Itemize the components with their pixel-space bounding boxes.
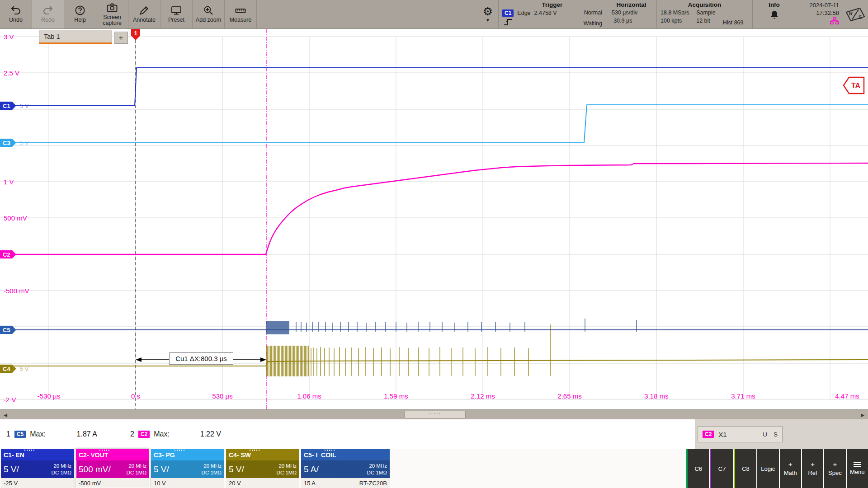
scrollbar-thumb[interactable]: ····· [404, 411, 466, 418]
activity-dots [325, 450, 335, 451]
measurement-2-value: 1.22 V [174, 430, 221, 438]
side-buttons: C6 C7 C8 Logic +Math +Ref +Spec Menu [686, 449, 868, 488]
c8-button[interactable]: C8 [734, 449, 756, 488]
c3-scale: 5 V/ [154, 465, 169, 474]
scroll-left-arrow[interactable]: ◀ [1, 410, 10, 420]
c7-button[interactable]: C7 [710, 449, 732, 488]
minimize-icon[interactable]: _ [218, 451, 222, 459]
c5-bandwidth: 20 MHz [367, 463, 387, 469]
help-label: Help [74, 17, 86, 23]
horizontal-scale: 530 µs/div [612, 9, 653, 16]
c1-offset: -25 V [4, 480, 18, 487]
ref-button[interactable]: +Ref [802, 449, 823, 488]
cursor-panel[interactable]: C2 X1 U S [698, 426, 783, 442]
camera-icon [106, 2, 118, 13]
measurement-2-type: Max: [154, 430, 170, 438]
settings-gear-icon[interactable]: ⚙ [483, 6, 493, 17]
measurement-1[interactable]: 1 C5 Max: 1.87 A [6, 419, 97, 449]
scroll-right-arrow[interactable]: ▶ [858, 410, 867, 420]
plus-icon: + [833, 461, 837, 468]
c4-bandwidth: 20 MHz [277, 463, 297, 469]
measurement-2[interactable]: 2 C2 Max: 1.22 V [130, 419, 221, 449]
c3-offset: 10 V [154, 480, 166, 487]
undo-button[interactable]: Undo [0, 0, 32, 28]
preset-button[interactable]: Preset [160, 0, 193, 28]
measurement-1-value: 1.87 A [50, 430, 97, 438]
menu-icon [854, 462, 861, 463]
acquisition-panel[interactable]: Acquisition 18.8 MSa/s 100 kpts Sample 1… [656, 0, 752, 28]
measurement-2-source-badge: C2 [138, 431, 150, 438]
tab-1[interactable]: Tab 1 [39, 30, 112, 44]
c5-scale: 5 A/ [304, 465, 319, 474]
minimize-icon[interactable]: _ [143, 451, 146, 459]
top-toolbar: Undo Redo Help Screen capture Annotate P… [0, 0, 868, 29]
svg-text:S: S [859, 14, 862, 20]
c4-coupling: DC 1MΩ [277, 469, 297, 476]
y-axis-label: 500 mV [4, 214, 27, 222]
channel-badge-c2[interactable]: C2- VOUT_ 500 mV/20 MHzDC 1MΩ -500 mV [76, 449, 149, 488]
minimize-icon[interactable]: _ [68, 451, 71, 459]
minimize-icon[interactable]: _ [383, 451, 387, 459]
activity-dots [250, 450, 259, 451]
magnifier-icon [203, 5, 214, 16]
trigger-level: 2.4758 V [534, 10, 557, 16]
minimize-icon[interactable]: _ [293, 451, 297, 459]
info-panel[interactable]: Info [752, 0, 796, 28]
x-axis-label: 1.59 ms [384, 392, 408, 400]
time-label: 17:32:58 [816, 9, 839, 16]
x-axis-label: 530 µs [212, 392, 232, 400]
waveform-canvas [0, 29, 868, 409]
c1-name: C1- EN [4, 451, 24, 459]
x-axis-label: 3.18 ms [644, 392, 668, 400]
channel-bar: C1- EN_ 5 V/20 MHzDC 1MΩ -25 V C2- VOUT_… [0, 449, 868, 488]
measure-button[interactable]: Measure [225, 0, 257, 28]
channel-badge-c1[interactable]: C1- EN_ 5 V/20 MHzDC 1MΩ -25 V [1, 449, 74, 488]
c4-offset: 20 V [229, 480, 241, 487]
chevron-down-icon[interactable]: ▼ [486, 18, 490, 23]
logic-button[interactable]: Logic [757, 449, 778, 488]
channel-badge-c5[interactable]: C5- I_COIL_ 5 A/20 MHzDC 1MΩ 15 ART-ZC20… [301, 449, 390, 488]
c1-scale: 5 V/ [4, 465, 19, 474]
cursor-source-badge: C2 [703, 431, 714, 438]
date-label: 2024-07-11 [809, 2, 839, 9]
tab-1-label: Tab 1 [44, 33, 60, 40]
undo-icon [10, 5, 22, 16]
c4-name: C4- SW [229, 451, 251, 459]
c6-button[interactable]: C6 [686, 449, 709, 488]
horizontal-panel[interactable]: Horizontal 530 µs/div -30.9 µs [606, 0, 656, 28]
clock-block: 2024-07-11 17:32:58 [796, 0, 843, 28]
settings-block: ⚙ ▼ [477, 0, 498, 28]
c2-scale: 500 mV/ [79, 465, 111, 474]
info-title: Info [769, 1, 780, 8]
trigger-type: Edge [517, 10, 530, 16]
status-sections: ⚙ ▼ Trigger C1 Edge 2.4758 V [477, 0, 868, 28]
trigger-title: Trigger [502, 1, 602, 8]
waveform-display[interactable]: Tab 1 + 1 3 V 2.5 V 1 V 500 mV -500 mV -… [0, 29, 868, 409]
math-button[interactable]: +Math [780, 449, 801, 488]
channel-badge-c4[interactable]: C4- SW_ 5 V/20 MHzDC 1MΩ 20 V [226, 449, 299, 488]
ruler-icon [235, 5, 246, 16]
add-tab-button[interactable]: + [114, 32, 128, 44]
help-button[interactable]: Help [64, 0, 96, 28]
spec-button[interactable]: +Spec [824, 449, 845, 488]
undo-label: Undo [9, 17, 23, 23]
add-zoom-button[interactable]: Add zoom [193, 0, 225, 28]
measure-label: Measure [230, 17, 252, 23]
measurement-1-index: 1 [6, 430, 10, 438]
plus-icon: + [788, 461, 793, 468]
trigger-panel[interactable]: Trigger C1 Edge 2.4758 V Normal [498, 0, 606, 28]
channel-badge-c3[interactable]: C3- PG_ 5 V/20 MHzDC 1MΩ 10 V [151, 449, 224, 488]
measurement-results-bar: 1 C5 Max: 1.87 A 2 C2 Max: 1.22 V C2 X1 … [0, 419, 868, 449]
cursor-delta-readout[interactable]: Cu1 ΔX:800.3 µs [169, 352, 233, 365]
bell-icon[interactable] [769, 9, 779, 22]
c1-bandwidth: 20 MHz [52, 463, 71, 469]
trigger-armed-badge: TA [843, 76, 865, 97]
screen-capture-button[interactable]: Screen capture [96, 0, 128, 28]
redo-button[interactable]: Redo [32, 0, 64, 28]
c2-bandwidth: 20 MHz [127, 463, 146, 469]
trigger-state: Waiting [584, 20, 602, 27]
horizontal-scrollbar[interactable]: ◀ ····· ▶ [0, 409, 868, 419]
menu-button[interactable]: Menu [847, 449, 868, 488]
annotate-button[interactable]: Annotate [128, 0, 160, 28]
trigger-mode: Normal [584, 9, 602, 16]
